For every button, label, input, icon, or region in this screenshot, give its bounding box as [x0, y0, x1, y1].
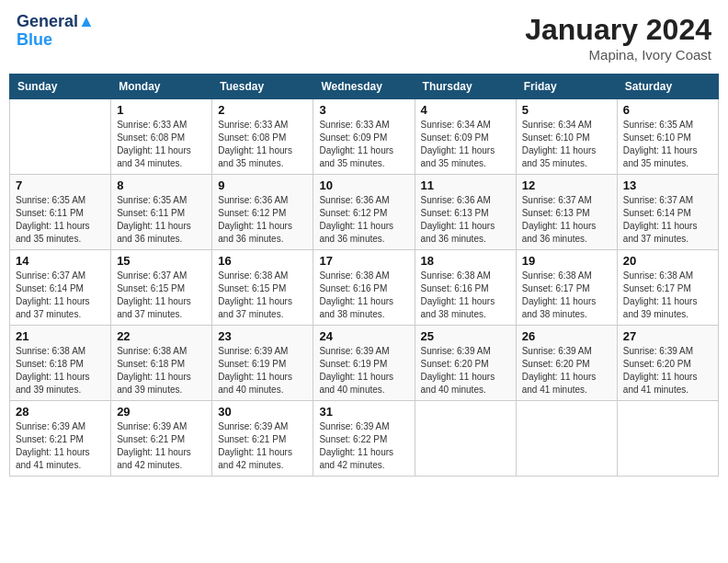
calendar-cell: 25Sunrise: 6:39 AMSunset: 6:20 PMDayligh… — [415, 326, 516, 401]
day-number: 24 — [319, 329, 408, 343]
calendar-cell: 12Sunrise: 6:37 AMSunset: 6:13 PMDayligh… — [516, 175, 617, 250]
day-number: 5 — [522, 103, 611, 117]
calendar-cell: 21Sunrise: 6:38 AMSunset: 6:18 PMDayligh… — [10, 326, 111, 401]
calendar-cell: 18Sunrise: 6:38 AMSunset: 6:16 PMDayligh… — [415, 250, 516, 326]
day-number: 7 — [16, 178, 105, 192]
day-info: Sunrise: 6:38 AMSunset: 6:16 PMDaylight:… — [319, 270, 408, 321]
logo-text-blue: Blue — [17, 31, 95, 50]
calendar-cell — [617, 401, 718, 477]
logo-text: General▲ — [17, 13, 95, 31]
day-number: 14 — [16, 254, 105, 268]
calendar-cell: 31Sunrise: 6:39 AMSunset: 6:22 PMDayligh… — [313, 401, 415, 477]
day-info: Sunrise: 6:39 AMSunset: 6:20 PMDaylight:… — [522, 345, 611, 396]
calendar-cell: 29Sunrise: 6:39 AMSunset: 6:21 PMDayligh… — [111, 401, 212, 477]
calendar-header-tuesday: Tuesday — [212, 75, 313, 99]
day-number: 21 — [16, 329, 105, 343]
day-number: 27 — [623, 329, 712, 343]
location: Mapina, Ivory Coast — [525, 47, 711, 63]
day-number: 23 — [218, 329, 307, 343]
day-number: 16 — [218, 254, 307, 268]
calendar-cell: 11Sunrise: 6:36 AMSunset: 6:13 PMDayligh… — [415, 175, 516, 250]
calendar-cell: 13Sunrise: 6:37 AMSunset: 6:14 PMDayligh… — [617, 175, 718, 250]
day-info: Sunrise: 6:39 AMSunset: 6:21 PMDaylight:… — [117, 420, 206, 472]
calendar-cell: 26Sunrise: 6:39 AMSunset: 6:20 PMDayligh… — [516, 326, 617, 401]
calendar-cell: 2Sunrise: 6:33 AMSunset: 6:08 PMDaylight… — [212, 99, 313, 175]
day-info: Sunrise: 6:38 AMSunset: 6:17 PMDaylight:… — [623, 270, 712, 321]
day-number: 28 — [16, 405, 105, 419]
day-info: Sunrise: 6:38 AMSunset: 6:16 PMDaylight:… — [421, 270, 510, 321]
day-number: 12 — [522, 178, 611, 192]
day-number: 13 — [623, 178, 712, 192]
day-number: 30 — [218, 405, 307, 419]
calendar-cell: 17Sunrise: 6:38 AMSunset: 6:16 PMDayligh… — [313, 250, 415, 326]
calendar-cell: 24Sunrise: 6:39 AMSunset: 6:19 PMDayligh… — [313, 326, 415, 401]
day-info: Sunrise: 6:35 AMSunset: 6:11 PMDaylight:… — [16, 194, 105, 246]
calendar-cell: 5Sunrise: 6:34 AMSunset: 6:10 PMDaylight… — [516, 99, 617, 175]
day-info: Sunrise: 6:35 AMSunset: 6:11 PMDaylight:… — [117, 194, 206, 246]
day-info: Sunrise: 6:33 AMSunset: 6:08 PMDaylight:… — [117, 119, 206, 170]
calendar-cell: 1Sunrise: 6:33 AMSunset: 6:08 PMDaylight… — [111, 99, 212, 175]
calendar-cell — [415, 401, 516, 477]
day-number: 8 — [117, 178, 206, 192]
day-info: Sunrise: 6:37 AMSunset: 6:14 PMDaylight:… — [16, 270, 105, 321]
calendar-cell: 22Sunrise: 6:38 AMSunset: 6:18 PMDayligh… — [111, 326, 212, 401]
calendar-cell — [516, 401, 617, 477]
day-number: 15 — [117, 254, 206, 268]
calendar-header-saturday: Saturday — [617, 75, 718, 99]
page-header: General▲ Blue January 2024 Mapina, Ivory… — [9, 9, 719, 66]
title-section: January 2024 Mapina, Ivory Coast — [525, 13, 711, 63]
day-info: Sunrise: 6:39 AMSunset: 6:22 PMDaylight:… — [319, 420, 408, 472]
calendar-cell: 19Sunrise: 6:38 AMSunset: 6:17 PMDayligh… — [516, 250, 617, 326]
day-info: Sunrise: 6:39 AMSunset: 6:19 PMDaylight:… — [218, 345, 307, 396]
calendar-cell: 7Sunrise: 6:35 AMSunset: 6:11 PMDaylight… — [10, 175, 111, 250]
day-info: Sunrise: 6:36 AMSunset: 6:13 PMDaylight:… — [421, 194, 510, 246]
day-number: 31 — [319, 405, 408, 419]
day-number: 3 — [319, 103, 408, 117]
day-info: Sunrise: 6:33 AMSunset: 6:08 PMDaylight:… — [218, 119, 307, 170]
day-number: 17 — [319, 254, 408, 268]
day-info: Sunrise: 6:39 AMSunset: 6:19 PMDaylight:… — [319, 345, 408, 396]
calendar-header-monday: Monday — [111, 75, 212, 99]
calendar-cell: 3Sunrise: 6:33 AMSunset: 6:09 PMDaylight… — [313, 99, 415, 175]
calendar-cell: 20Sunrise: 6:38 AMSunset: 6:17 PMDayligh… — [617, 250, 718, 326]
calendar-header-wednesday: Wednesday — [313, 75, 415, 99]
calendar-cell: 9Sunrise: 6:36 AMSunset: 6:12 PMDaylight… — [212, 175, 313, 250]
calendar-cell: 14Sunrise: 6:37 AMSunset: 6:14 PMDayligh… — [10, 250, 111, 326]
day-number: 19 — [522, 254, 611, 268]
day-number: 10 — [319, 178, 408, 192]
calendar-table: SundayMondayTuesdayWednesdayThursdayFrid… — [9, 74, 719, 477]
day-info: Sunrise: 6:39 AMSunset: 6:20 PMDaylight:… — [421, 345, 510, 396]
day-number: 6 — [623, 103, 712, 117]
calendar-cell: 30Sunrise: 6:39 AMSunset: 6:21 PMDayligh… — [212, 401, 313, 477]
day-number: 26 — [522, 329, 611, 343]
day-info: Sunrise: 6:39 AMSunset: 6:20 PMDaylight:… — [623, 345, 712, 396]
day-info: Sunrise: 6:38 AMSunset: 6:18 PMDaylight:… — [117, 345, 206, 396]
calendar-cell: 28Sunrise: 6:39 AMSunset: 6:21 PMDayligh… — [10, 401, 111, 477]
day-number: 29 — [117, 405, 206, 419]
day-info: Sunrise: 6:39 AMSunset: 6:21 PMDaylight:… — [16, 420, 105, 472]
calendar-cell: 27Sunrise: 6:39 AMSunset: 6:20 PMDayligh… — [617, 326, 718, 401]
day-number: 20 — [623, 254, 712, 268]
day-info: Sunrise: 6:34 AMSunset: 6:09 PMDaylight:… — [421, 119, 510, 170]
calendar-cell: 6Sunrise: 6:35 AMSunset: 6:10 PMDaylight… — [617, 99, 718, 175]
calendar-header-thursday: Thursday — [415, 75, 516, 99]
calendar-cell: 10Sunrise: 6:36 AMSunset: 6:12 PMDayligh… — [313, 175, 415, 250]
day-number: 25 — [421, 329, 510, 343]
day-info: Sunrise: 6:36 AMSunset: 6:12 PMDaylight:… — [319, 194, 408, 246]
day-number: 22 — [117, 329, 206, 343]
day-info: Sunrise: 6:37 AMSunset: 6:14 PMDaylight:… — [623, 194, 712, 246]
day-info: Sunrise: 6:38 AMSunset: 6:17 PMDaylight:… — [522, 270, 611, 321]
calendar-cell: 23Sunrise: 6:39 AMSunset: 6:19 PMDayligh… — [212, 326, 313, 401]
calendar-cell — [10, 99, 111, 175]
calendar-cell: 15Sunrise: 6:37 AMSunset: 6:15 PMDayligh… — [111, 250, 212, 326]
calendar-cell: 16Sunrise: 6:38 AMSunset: 6:15 PMDayligh… — [212, 250, 313, 326]
day-number: 2 — [218, 103, 307, 117]
day-number: 4 — [421, 103, 510, 117]
calendar-header-friday: Friday — [516, 75, 617, 99]
day-number: 11 — [421, 178, 510, 192]
day-number: 9 — [218, 178, 307, 192]
calendar-cell: 4Sunrise: 6:34 AMSunset: 6:09 PMDaylight… — [415, 99, 516, 175]
day-number: 18 — [421, 254, 510, 268]
day-info: Sunrise: 6:37 AMSunset: 6:13 PMDaylight:… — [522, 194, 611, 246]
day-number: 1 — [117, 103, 206, 117]
